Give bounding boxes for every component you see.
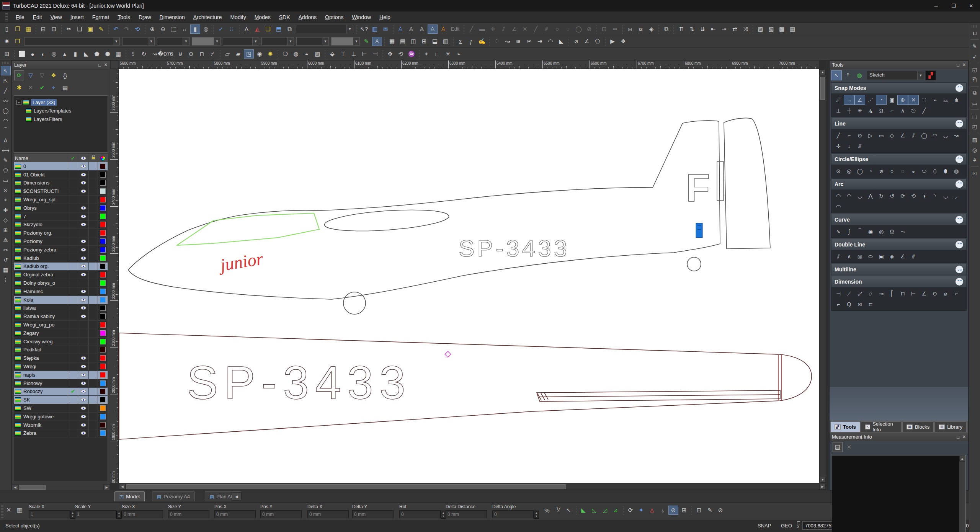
snap-divide-icon[interactable]: ⋔	[951, 95, 962, 105]
align-center-icon[interactable]: ⇥	[719, 24, 729, 34]
layer-color-swatch[interactable]	[100, 380, 106, 386]
layer-active-check[interactable]	[68, 312, 78, 320]
callout-tool[interactable]: ➶	[970, 52, 980, 61]
tree-collapse-icon[interactable]: −	[16, 100, 21, 105]
layer-row[interactable]: Kadłub org.	[14, 263, 108, 271]
save-icon[interactable]: ▦	[23, 24, 33, 34]
collapse-icon[interactable]: ⌃⌃	[956, 241, 963, 248]
collapse-icon[interactable]: ⌃⌃	[956, 84, 963, 92]
layer-visibility-toggle[interactable]	[78, 196, 88, 204]
layer-active-check[interactable]	[68, 413, 78, 421]
layer-lock-toggle[interactable]	[88, 229, 98, 237]
field-input[interactable]: 1▲▼	[29, 510, 70, 518]
layer-row[interactable]: listwa	[14, 304, 108, 313]
layer-row[interactable]: Hamulec	[14, 287, 108, 296]
torus-tool-icon[interactable]: ◎	[49, 49, 59, 59]
scroll-right-icon[interactable]: ▶	[819, 484, 826, 490]
line-style-4-icon[interactable]: ⫽	[498, 24, 508, 34]
line-style-6-icon[interactable]: ✕	[520, 24, 530, 34]
order-front-icon[interactable]: ▨	[755, 24, 765, 34]
snap-slope-icon[interactable]: ╱	[919, 106, 929, 116]
camera-icon[interactable]: ◉	[255, 49, 265, 59]
field-input[interactable]: 0 mm	[446, 510, 487, 518]
section-header[interactable]: Curve⌃⌃	[831, 214, 967, 225]
layer-row[interactable]: Koła	[14, 296, 108, 304]
dim-q-icon[interactable]: Q	[844, 299, 854, 309]
layer-colors-icon[interactable]: ❖	[49, 70, 59, 80]
dim-ordinate-icon[interactable]: ⇥	[876, 289, 887, 299]
registration-wing[interactable]: SP-3433	[187, 357, 412, 409]
snap-face-icon[interactable]: ⌓	[940, 95, 951, 105]
fillet-icon[interactable]: ◠	[546, 37, 555, 46]
canvas-hscrollbar[interactable]: ◀ ▶	[119, 483, 826, 490]
layer-row[interactable]: 0	[14, 162, 108, 171]
layer-lock-toggle[interactable]	[88, 204, 98, 212]
sphere-tool-icon[interactable]: ●	[28, 49, 38, 59]
layer-row[interactable]: Podklad	[14, 346, 108, 354]
movie-icon[interactable]: ▥	[370, 24, 380, 34]
circle-concentric-icon[interactable]: ◎	[844, 166, 854, 176]
scroll-down-icon[interactable]: ▼	[820, 477, 826, 483]
field-input[interactable]: 0 mm	[260, 510, 302, 518]
mesh-tool-icon[interactable]: ▦	[113, 49, 123, 59]
layer-lock-toggle[interactable]	[88, 321, 98, 329]
layer-visibility-toggle[interactable]	[78, 321, 88, 329]
new-layer-icon[interactable]: ✱	[14, 83, 24, 93]
arc-sweep-icon[interactable]: ⟳	[897, 191, 908, 201]
target-tool[interactable]: ◎	[970, 145, 980, 155]
layer-row[interactable]: Roboczy✔	[14, 388, 108, 396]
layer-color-cell[interactable]	[98, 321, 108, 329]
tp-macro-icon[interactable]: ▞	[925, 70, 936, 80]
line-style-3-icon[interactable]: ✛	[488, 24, 498, 34]
curve-spline-icon[interactable]: ʃ	[844, 227, 854, 237]
frame-tool[interactable]: ⊡	[970, 168, 980, 178]
triangle-tool[interactable]: ⟁	[1, 235, 11, 245]
table-3-icon[interactable]: ◫	[408, 37, 418, 46]
layer-lock-toggle[interactable]	[88, 237, 98, 245]
layer-active-check[interactable]	[68, 196, 78, 204]
dim-edit-icon[interactable]: ⎡	[887, 289, 897, 299]
layer-combo[interactable]: ▼	[24, 37, 120, 46]
layer-row[interactable]: napis	[14, 371, 108, 379]
select-lasso-icon[interactable]: ⟲	[132, 24, 142, 34]
layer-color-cell[interactable]	[98, 212, 108, 220]
arc-start-icon[interactable]: ↻	[876, 191, 887, 201]
zoom-page-icon[interactable]: ▮	[190, 24, 200, 34]
grid-icon[interactable]: ⊞	[2, 49, 12, 59]
layer-row[interactable]: 01 Obiekt	[14, 171, 108, 179]
layer-color-swatch[interactable]	[100, 163, 106, 169]
layer-color-cell[interactable]	[98, 304, 108, 312]
layer-row[interactable]: 7	[14, 212, 108, 221]
snap-cross-icon[interactable]: ┼	[844, 106, 854, 116]
layer-color-swatch[interactable]	[100, 280, 106, 286]
snap-grid-icon[interactable]: ∷	[919, 95, 929, 105]
zoom-in-icon[interactable]: ⊕	[147, 24, 157, 34]
layer-color-cell[interactable]	[98, 404, 108, 412]
layer-color-swatch[interactable]	[100, 355, 106, 361]
layer-color-swatch[interactable]	[100, 364, 106, 369]
layer-active-check[interactable]	[68, 379, 78, 387]
layer-color-cell[interactable]	[98, 263, 108, 271]
layer-color-header[interactable]	[98, 154, 108, 162]
line-center-icon[interactable]: ⊙	[854, 131, 865, 140]
line-single-icon[interactable]: ╱	[833, 131, 844, 140]
calc-icon[interactable]: Σ	[456, 37, 466, 46]
circle-tan3-icon[interactable]: ○	[887, 166, 897, 176]
layer-name-header[interactable]: Name	[14, 154, 68, 162]
dim-tol-icon[interactable]: ⌐	[833, 299, 844, 309]
union-icon[interactable]: ⊎	[175, 49, 185, 59]
line-style-5-icon[interactable]: ∠	[509, 24, 519, 34]
line-tan-2arc-icon[interactable]: ◡	[940, 131, 951, 140]
layer-filter-off-icon[interactable]: ▽	[37, 70, 47, 80]
layer-close-icon[interactable]: ✕	[104, 62, 108, 67]
meas-list-icon[interactable]: ▤	[833, 442, 843, 452]
field-input[interactable]: 0 mm	[168, 510, 209, 518]
tab-poziomy-a4[interactable]: ▤Poziomy A4	[152, 491, 195, 501]
layer-color-cell[interactable]	[98, 371, 108, 379]
section-header[interactable]: Double Line⌃⌃	[831, 239, 967, 250]
draft-mode-3-icon[interactable]: ♙	[417, 24, 427, 34]
circle-tan-icon[interactable]: ⌀	[876, 166, 887, 176]
snap-ortho-icon[interactable]: Ω	[876, 106, 887, 116]
layer-active-check[interactable]	[68, 354, 78, 362]
layer-lock-toggle[interactable]	[88, 254, 98, 262]
